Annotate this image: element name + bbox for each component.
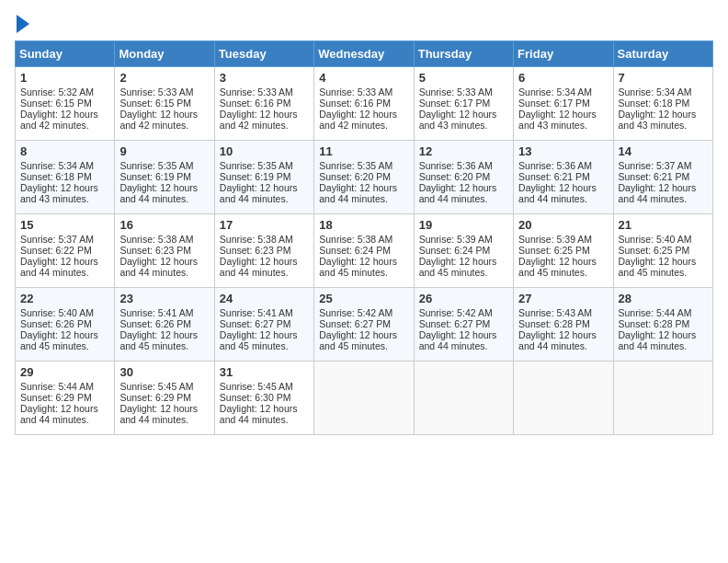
day-number: 23 bbox=[119, 292, 209, 305]
sunset-label: Sunset: 6:19 PM bbox=[119, 171, 191, 182]
calendar-cell: 4 Sunrise: 5:33 AM Sunset: 6:16 PM Dayli… bbox=[314, 67, 414, 141]
calendar-cell: 23 Sunrise: 5:41 AM Sunset: 6:26 PM Dayl… bbox=[115, 288, 214, 362]
calendar-cell: 5 Sunrise: 5:33 AM Sunset: 6:17 PM Dayli… bbox=[414, 67, 513, 141]
sunset-label: Sunset: 6:22 PM bbox=[20, 245, 92, 256]
day-number: 10 bbox=[220, 144, 309, 158]
sunset-label: Sunset: 6:23 PM bbox=[119, 245, 191, 256]
sunset-label: Sunset: 6:27 PM bbox=[220, 318, 291, 329]
calendar-cell: 25 Sunrise: 5:42 AM Sunset: 6:27 PM Dayl… bbox=[314, 288, 414, 362]
sunrise-label: Sunrise: 5:39 AM bbox=[419, 234, 493, 245]
sunrise-label: Sunrise: 5:41 AM bbox=[220, 307, 293, 318]
daylight-label: Daylight: 12 hours and 43 minutes. bbox=[419, 109, 497, 131]
calendar-cell: 9 Sunrise: 5:35 AM Sunset: 6:19 PM Dayli… bbox=[115, 141, 214, 214]
daylight-label: Daylight: 12 hours and 44 minutes. bbox=[220, 403, 298, 425]
calendar-cell: 21 Sunrise: 5:40 AM Sunset: 6:25 PM Dayl… bbox=[613, 214, 712, 288]
sunset-label: Sunset: 6:26 PM bbox=[119, 318, 191, 329]
day-number: 26 bbox=[419, 292, 508, 305]
calendar-week-3: 15 Sunrise: 5:37 AM Sunset: 6:22 PM Dayl… bbox=[16, 214, 713, 288]
calendar-cell: 2 Sunrise: 5:33 AM Sunset: 6:15 PM Dayli… bbox=[115, 67, 214, 141]
sunset-label: Sunset: 6:28 PM bbox=[518, 318, 590, 329]
daylight-label: Daylight: 12 hours and 44 minutes. bbox=[619, 329, 697, 351]
calendar-cell bbox=[314, 362, 414, 435]
daylight-label: Daylight: 12 hours and 42 minutes. bbox=[119, 109, 198, 131]
daylight-label: Daylight: 12 hours and 44 minutes. bbox=[20, 256, 98, 278]
sunset-label: Sunset: 6:25 PM bbox=[518, 245, 590, 256]
sunset-label: Sunset: 6:16 PM bbox=[319, 98, 391, 109]
sunrise-label: Sunrise: 5:32 AM bbox=[20, 86, 94, 98]
day-number: 15 bbox=[20, 218, 109, 232]
calendar-week-2: 8 Sunrise: 5:34 AM Sunset: 6:18 PM Dayli… bbox=[16, 141, 713, 214]
daylight-label: Daylight: 12 hours and 42 minutes. bbox=[319, 109, 397, 131]
sunrise-label: Sunrise: 5:44 AM bbox=[619, 307, 692, 318]
sunset-label: Sunset: 6:20 PM bbox=[419, 171, 491, 182]
day-number: 27 bbox=[518, 292, 608, 305]
day-number: 4 bbox=[319, 71, 408, 85]
sunset-label: Sunset: 6:29 PM bbox=[20, 392, 92, 403]
sunrise-label: Sunrise: 5:41 AM bbox=[119, 307, 193, 318]
header-day-sunday: Sunday bbox=[16, 41, 115, 67]
sunrise-label: Sunrise: 5:37 AM bbox=[619, 160, 692, 171]
calendar-cell: 19 Sunrise: 5:39 AM Sunset: 6:24 PM Dayl… bbox=[414, 214, 513, 288]
daylight-label: Daylight: 12 hours and 44 minutes. bbox=[619, 182, 697, 204]
calendar-cell: 26 Sunrise: 5:42 AM Sunset: 6:27 PM Dayl… bbox=[414, 288, 513, 362]
sunrise-label: Sunrise: 5:38 AM bbox=[319, 234, 392, 245]
sunrise-label: Sunrise: 5:34 AM bbox=[619, 86, 692, 98]
calendar-cell: 17 Sunrise: 5:38 AM Sunset: 6:23 PM Dayl… bbox=[214, 214, 313, 288]
day-number: 2 bbox=[119, 71, 209, 85]
day-number: 14 bbox=[619, 144, 708, 158]
daylight-label: Daylight: 12 hours and 44 minutes. bbox=[20, 403, 98, 425]
sunrise-label: Sunrise: 5:45 AM bbox=[119, 381, 193, 392]
sunrise-label: Sunrise: 5:42 AM bbox=[319, 307, 392, 318]
calendar-cell: 12 Sunrise: 5:36 AM Sunset: 6:20 PM Dayl… bbox=[414, 141, 513, 214]
sunrise-label: Sunrise: 5:44 AM bbox=[20, 381, 94, 392]
day-number: 28 bbox=[619, 292, 708, 305]
daylight-label: Daylight: 12 hours and 42 minutes. bbox=[220, 109, 298, 131]
sunrise-label: Sunrise: 5:36 AM bbox=[419, 160, 493, 171]
daylight-label: Daylight: 12 hours and 45 minutes. bbox=[20, 329, 98, 351]
sunset-label: Sunset: 6:17 PM bbox=[518, 98, 590, 109]
day-number: 24 bbox=[220, 292, 309, 305]
daylight-label: Daylight: 12 hours and 45 minutes. bbox=[518, 256, 597, 278]
calendar-week-4: 22 Sunrise: 5:40 AM Sunset: 6:26 PM Dayl… bbox=[16, 288, 713, 362]
calendar-cell: 14 Sunrise: 5:37 AM Sunset: 6:21 PM Dayl… bbox=[613, 141, 712, 214]
sunset-label: Sunset: 6:23 PM bbox=[220, 245, 291, 256]
sunset-label: Sunset: 6:18 PM bbox=[20, 171, 92, 182]
sunset-label: Sunset: 6:29 PM bbox=[119, 392, 191, 403]
day-number: 31 bbox=[220, 365, 309, 379]
sunset-label: Sunset: 6:21 PM bbox=[619, 171, 690, 182]
day-number: 5 bbox=[419, 71, 508, 85]
daylight-label: Daylight: 12 hours and 44 minutes. bbox=[220, 182, 298, 204]
sunrise-label: Sunrise: 5:38 AM bbox=[220, 234, 293, 245]
sunrise-label: Sunrise: 5:33 AM bbox=[319, 86, 392, 98]
day-number: 29 bbox=[20, 365, 109, 379]
sunrise-label: Sunrise: 5:45 AM bbox=[220, 381, 293, 392]
daylight-label: Daylight: 12 hours and 43 minutes. bbox=[20, 182, 98, 204]
day-number: 12 bbox=[419, 144, 508, 158]
sunrise-label: Sunrise: 5:33 AM bbox=[220, 86, 293, 98]
sunset-label: Sunset: 6:27 PM bbox=[419, 318, 491, 329]
calendar-cell bbox=[613, 362, 712, 435]
sunrise-label: Sunrise: 5:33 AM bbox=[419, 86, 493, 98]
sunset-label: Sunset: 6:20 PM bbox=[319, 171, 391, 182]
day-number: 17 bbox=[220, 218, 309, 232]
sunset-label: Sunset: 6:30 PM bbox=[220, 392, 291, 403]
daylight-label: Daylight: 12 hours and 45 minutes. bbox=[419, 256, 497, 278]
sunrise-label: Sunrise: 5:35 AM bbox=[119, 160, 193, 171]
daylight-label: Daylight: 12 hours and 43 minutes. bbox=[518, 109, 597, 131]
sunset-label: Sunset: 6:17 PM bbox=[419, 98, 491, 109]
page-header bbox=[15, 15, 713, 33]
daylight-label: Daylight: 12 hours and 44 minutes. bbox=[319, 182, 397, 204]
calendar-cell: 22 Sunrise: 5:40 AM Sunset: 6:26 PM Dayl… bbox=[16, 288, 115, 362]
sunrise-label: Sunrise: 5:37 AM bbox=[20, 234, 94, 245]
day-number: 18 bbox=[319, 218, 408, 232]
daylight-label: Daylight: 12 hours and 42 minutes. bbox=[20, 109, 98, 131]
daylight-label: Daylight: 12 hours and 45 minutes. bbox=[319, 256, 397, 278]
day-number: 21 bbox=[619, 218, 708, 232]
daylight-label: Daylight: 12 hours and 44 minutes. bbox=[119, 182, 198, 204]
header-day-monday: Monday bbox=[115, 41, 214, 67]
calendar-cell bbox=[514, 362, 613, 435]
day-number: 13 bbox=[518, 144, 608, 158]
calendar-cell: 16 Sunrise: 5:38 AM Sunset: 6:23 PM Dayl… bbox=[115, 214, 214, 288]
sunrise-label: Sunrise: 5:33 AM bbox=[119, 86, 193, 98]
daylight-label: Daylight: 12 hours and 45 minutes. bbox=[220, 329, 298, 351]
